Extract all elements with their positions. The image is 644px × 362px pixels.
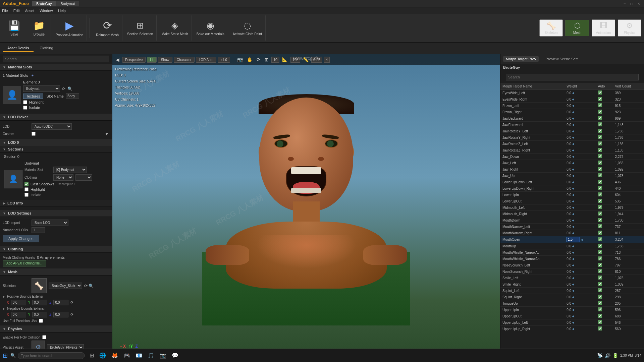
morph-table-row[interactable]: Frown_Left0.0◂915: [500, 103, 644, 109]
animation-button[interactable]: 🎞 Animation: [592, 19, 615, 37]
morph-table-row[interactable]: MouthWhistle_NarrowAo0.0◂786: [500, 256, 644, 262]
morph-auto-checkbox[interactable]: [598, 97, 602, 101]
morph-table-row[interactable]: NoseScrunch_Left0.0◂797: [500, 262, 644, 268]
vp-rotate-icon[interactable]: ⟳: [255, 56, 262, 63]
morph-auto-checkbox[interactable]: [598, 256, 602, 260]
morph-table-row[interactable]: LowerLipDown_Right0.0◂440: [500, 185, 644, 192]
slot-name-input[interactable]: [66, 93, 79, 99]
skeleton-icon-links[interactable]: ⟳ 🔍: [84, 284, 94, 288]
morph-auto-checkbox[interactable]: [598, 161, 602, 165]
morph-table-row[interactable]: MouthDown0.0◂1,780: [500, 217, 644, 224]
morph-slider-icon[interactable]: ◂: [572, 295, 574, 299]
morph-table-row[interactable]: UpperLipIn0.0◂596: [500, 307, 644, 313]
morph-weight-input[interactable]: [567, 237, 580, 242]
section-highlight-checkbox[interactable]: [24, 187, 29, 191]
morph-slider-icon[interactable]: ◂: [572, 167, 574, 172]
pos-z-input[interactable]: [53, 300, 68, 305]
morph-table-row[interactable]: UpperLipOut0.0◂688: [500, 313, 644, 319]
move-value[interactable]: 0.25: [311, 57, 322, 63]
morph-slider-icon[interactable]: ◂: [572, 141, 574, 146]
neg-z-input[interactable]: [53, 312, 68, 317]
morph-auto-checkbox[interactable]: [598, 282, 602, 286]
morph-auto-checkbox[interactable]: [598, 276, 602, 280]
morph-table-row[interactable]: JawBackward0.0◂969: [500, 115, 644, 122]
taskbar-search-input[interactable]: [18, 352, 85, 359]
morph-slider-icon[interactable]: ◂: [572, 218, 574, 223]
morph-search-input[interactable]: [506, 74, 639, 80]
morph-auto-checkbox[interactable]: [598, 250, 602, 254]
morph-auto-checkbox[interactable]: [598, 205, 602, 209]
morph-slider-icon[interactable]: ◂: [572, 212, 574, 216]
vp-grid-icon[interactable]: ⊞: [263, 56, 270, 63]
photos-icon[interactable]: 📷: [158, 351, 168, 360]
morph-table-row[interactable]: Squint_Left0.0◂287: [500, 288, 644, 294]
morph-slider-icon[interactable]: ◂: [572, 161, 574, 165]
lod-select[interactable]: Auto (LOD0): [32, 123, 72, 130]
morph-auto-checkbox[interactable]: [598, 244, 602, 248]
morph-slider-icon[interactable]: ◂: [572, 90, 574, 95]
save-button[interactable]: 💾 Save: [3, 15, 26, 41]
reimport-mesh-button[interactable]: ⟳ Reimport Mesh: [93, 15, 122, 41]
browse-material-icon[interactable]: 🔍: [67, 86, 72, 91]
custom-checkbox[interactable]: [32, 132, 36, 136]
morph-auto-checkbox[interactable]: [598, 103, 602, 107]
morph-auto-checkbox[interactable]: [598, 218, 602, 222]
menu-edit[interactable]: Edit: [13, 9, 20, 13]
morph-table-row[interactable]: MouthNarrow_Left0.0◂737: [500, 224, 644, 230]
neg-x-input[interactable]: [11, 312, 26, 317]
preview-animation-button[interactable]: ▶ Preview Animation: [52, 15, 87, 41]
tab-clothing[interactable]: Clothing: [35, 45, 58, 52]
make-static-mesh-button[interactable]: ◈ Make Static Mesh: [158, 15, 192, 41]
firefox-icon[interactable]: 🦊: [109, 351, 120, 360]
browse-button[interactable]: 📁 Browse: [28, 15, 51, 41]
morph-table-row[interactable]: Jaw_Down0.0◂2,272: [500, 154, 644, 160]
volume-icon[interactable]: 🔊: [605, 353, 610, 358]
scale-button[interactable]: x1.0: [218, 57, 230, 63]
morph-slider-icon[interactable]: ◂: [572, 192, 574, 197]
morph-table-row[interactable]: Jaw_Left0.0◂1,055: [500, 160, 644, 166]
browser-icon[interactable]: 🌐: [97, 351, 108, 360]
menu-help[interactable]: Help: [58, 9, 66, 13]
lod-settings-header[interactable]: ▼ LOD Settings: [0, 210, 112, 217]
morph-slider-icon[interactable]: ◂: [572, 288, 574, 293]
morph-auto-checkbox[interactable]: [598, 186, 602, 190]
lod0-header[interactable]: ▼ LOD 0: [0, 139, 112, 146]
morph-table-row[interactable]: Jaw_Right0.0◂1,092: [500, 166, 644, 173]
morph-auto-checkbox[interactable]: [598, 192, 602, 196]
highlight-checkbox[interactable]: [23, 100, 27, 104]
morph-table-row[interactable]: LowerLipDown_Left0.0◂436: [500, 179, 644, 185]
morph-slider-icon[interactable]: ◂: [572, 263, 574, 267]
lod-arrow-down[interactable]: ▼: [104, 131, 109, 136]
morph-auto-checkbox[interactable]: [598, 224, 602, 228]
morph-table-row[interactable]: UpperLipUp_Right0.0◂560: [500, 326, 644, 332]
morph-table-row[interactable]: Jaw_Up0.0◂1,078: [500, 173, 644, 179]
menu-file[interactable]: File: [2, 9, 8, 13]
morph-slider-icon[interactable]: ◂: [572, 205, 574, 210]
morph-slider-icon[interactable]: ◂: [572, 276, 574, 280]
morph-slider-icon[interactable]: ◂: [572, 110, 574, 114]
morph-table-row[interactable]: MouthWhistle_NarrowAc0.0◂713: [500, 249, 644, 256]
clothing-select[interactable]: None: [53, 174, 73, 181]
morph-auto-checkbox[interactable]: [598, 135, 602, 139]
morph-slider-icon[interactable]: ◂: [572, 269, 574, 274]
menu-window[interactable]: Window: [40, 9, 53, 13]
chat-icon[interactable]: 💬: [170, 351, 180, 360]
vp-prev-icon[interactable]: ◀: [114, 56, 121, 63]
morph-table-row[interactable]: MouthNarrow_Right0.0◂811: [500, 230, 644, 236]
morph-table-row[interactable]: EyesWide_Left0.0◂389: [500, 90, 644, 96]
morph-slider-icon[interactable]: ◂: [581, 237, 583, 242]
add-material-slot-button[interactable]: +: [32, 73, 34, 77]
morph-auto-checkbox[interactable]: [598, 199, 602, 203]
lod-auto-button[interactable]: LOD Auto: [196, 57, 216, 63]
morph-table-row[interactable]: JawRotateY_Right0.0◂1,786: [500, 134, 644, 141]
tab-asset-details[interactable]: Asset Details: [3, 45, 34, 52]
pos-x-input[interactable]: [11, 300, 26, 305]
rp-tab-preview-scene[interactable]: Preview Scene Sett: [543, 56, 580, 62]
morph-table-row[interactable]: Smile_Right0.0◂1,089: [500, 281, 644, 288]
add-apex-button[interactable]: Add APEX clothing file...: [3, 260, 46, 266]
morph-slider-icon[interactable]: ◂: [572, 122, 574, 127]
skeleton-select[interactable]: BruteGuy_Skeleton: [49, 283, 82, 289]
windows-icon[interactable]: ⊞: [3, 352, 8, 359]
morph-slider-icon[interactable]: ◂: [572, 231, 574, 235]
morph-auto-checkbox[interactable]: [598, 141, 602, 145]
